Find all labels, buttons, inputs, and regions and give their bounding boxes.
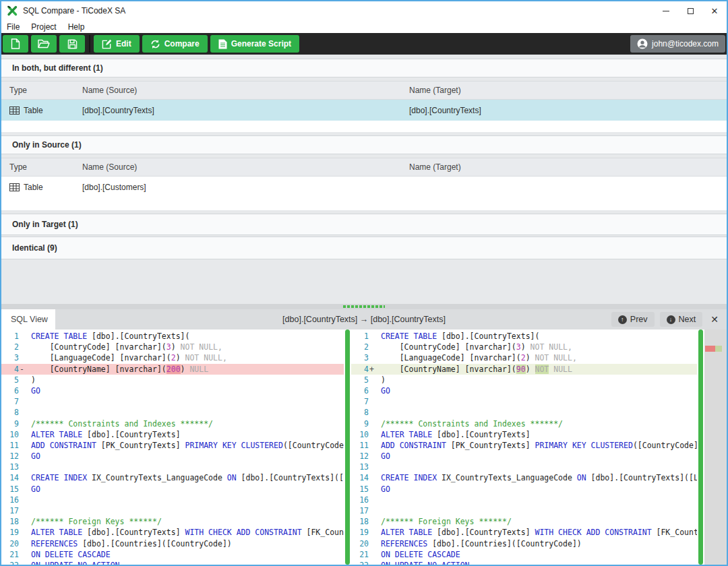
sql-diff-editor: 1CREATE TABLE [dbo].[CountryTexts](2 [Co… [1, 329, 727, 565]
compare-button-label: Compare [164, 39, 200, 49]
code-line: 16 [351, 495, 697, 505]
row-target-name: [dbo].[CountryTexts] [409, 106, 727, 115]
section-title: Identical (9) [12, 243, 57, 253]
code-line: 7 [1, 396, 344, 407]
code-line: 18/****** Foreign Keys ******/ [1, 516, 344, 527]
edit-button-label: Edit [116, 39, 131, 49]
section-header-identical[interactable]: Identical (9) [1, 237, 727, 259]
table-grid-icon [9, 106, 20, 115]
code-line: 21ON DELETE CASCADE [351, 549, 697, 560]
close-icon: ✕ [711, 7, 719, 15]
new-file-icon [11, 38, 20, 49]
column-name-source: Name (Source) [82, 162, 409, 172]
code-line: 2 [CountryCode] [nvarchar](3) NOT NULL, [351, 342, 697, 352]
open-project-button[interactable] [31, 35, 57, 53]
save-project-button[interactable] [59, 35, 85, 53]
code-line: 8 [351, 407, 697, 418]
code-line: 19ALTER TABLE [dbo].[CountryTexts] WITH … [1, 527, 344, 538]
code-line: 8 [1, 407, 344, 418]
code-line: 14CREATE INDEX IX_CountryTexts_LanguageC… [1, 472, 344, 483]
code-line: 11ADD CONSTRAINT [PK_CountryTexts] PRIMA… [351, 440, 697, 451]
prev-difference-button[interactable]: ↑ Prev [611, 312, 655, 327]
section-title: Only in Target (1) [12, 220, 78, 229]
overview-added-mark [715, 346, 722, 352]
minimize-icon [663, 11, 669, 11]
account-badge[interactable]: john@ticodex.com [630, 35, 725, 53]
section-header-in-both-different[interactable]: In both, but different (1) [1, 59, 727, 77]
section-title: Only in Source (1) [12, 140, 82, 150]
code-line: 1CREATE TABLE [dbo].[CountryTexts]( [1, 331, 344, 342]
section-header-only-in-source[interactable]: Only in Source (1) [1, 135, 727, 154]
column-name-target: Name (Target) [409, 86, 727, 95]
app-window: SQL Compare - TiCodeX SA ✕ File Project … [0, 0, 728, 566]
menu-file[interactable]: File [7, 22, 20, 32]
minimize-button[interactable] [654, 1, 678, 20]
title-bar: SQL Compare - TiCodeX SA ✕ [1, 1, 727, 20]
code-line: 19ALTER TABLE [dbo].[CountryTexts] WITH … [351, 527, 697, 538]
code-line: 15GO [1, 484, 344, 495]
code-line: 7 [351, 396, 697, 407]
generate-script-button[interactable]: Generate Script [210, 35, 299, 53]
code-line: 3 [LanguageCode] [nvarchar](2) NOT NULL, [351, 352, 697, 363]
tab-label: SQL View [11, 315, 48, 324]
column-header-row: Type Name (Source) Name (Target) [1, 81, 727, 100]
code-line: 14CREATE INDEX IX_CountryTexts_LanguageC… [351, 472, 697, 483]
code-line: 22ON UPDATE NO ACTION [351, 560, 697, 565]
sql-source-pane[interactable]: 1CREATE TABLE [dbo].[CountryTexts](2 [Co… [1, 329, 344, 565]
new-project-button[interactable] [3, 35, 28, 53]
edit-button[interactable]: Edit [94, 35, 140, 53]
save-icon [67, 39, 78, 49]
table-row[interactable]: Table [dbo].[CountryTexts] [dbo].[Countr… [1, 100, 727, 121]
next-label: Next [679, 315, 696, 324]
column-name-target: Name (Target) [409, 162, 727, 172]
code-line: 22ON UPDATE NO ACTION [1, 560, 344, 565]
close-button[interactable]: ✕ [702, 1, 727, 20]
ticodex-logo-icon [7, 5, 18, 16]
tab-sql-view[interactable]: SQL View [1, 309, 55, 329]
code-line: 9/****** Constraints and Indexes ******/ [351, 418, 697, 429]
generate-script-file-icon [218, 39, 227, 49]
code-line: 11ADD CONSTRAINT [PK_CountryTexts] PRIMA… [1, 440, 344, 451]
section-header-only-in-target[interactable]: Only in Target (1) [1, 214, 727, 235]
code-line: 13 [1, 462, 344, 472]
code-line: 17 [351, 505, 697, 516]
compare-button[interactable]: Compare [142, 35, 208, 53]
column-type: Type [9, 162, 82, 172]
code-line: 4+ [CountryName] [nvarchar](90) NOT NULL [351, 364, 697, 375]
toolbar: Edit Compare Generate Script [1, 33, 727, 55]
row-type-label: Table [24, 106, 43, 115]
menu-bar: File Project Help [1, 20, 727, 33]
code-line: 3 [LanguageCode] [nvarchar](2) NOT NULL, [1, 352, 344, 363]
code-line: 15GO [351, 484, 697, 495]
menu-project[interactable]: Project [31, 22, 56, 32]
circle-up-arrow-icon: ↑ [618, 315, 627, 324]
code-line: 21ON DELETE CASCADE [1, 549, 344, 560]
code-line: 20REFERENCES [dbo].[Countries]([CountryC… [351, 538, 697, 549]
close-sql-view-icon[interactable]: ✕ [710, 314, 719, 325]
diff-overview-ruler[interactable] [704, 329, 727, 565]
table-row[interactable]: Table [dbo].[Customers] [1, 177, 727, 197]
menu-help[interactable]: Help [68, 22, 85, 32]
prev-label: Prev [630, 315, 648, 324]
source-scrollbar[interactable] [345, 329, 350, 565]
code-line: 12GO [351, 451, 697, 462]
code-line: 6GO [351, 385, 697, 396]
row-type-label: Table [24, 183, 43, 192]
table-grid-icon [9, 183, 20, 191]
account-email: john@ticodex.com [652, 39, 719, 49]
maximize-button[interactable] [678, 1, 702, 20]
code-line: 13 [351, 462, 697, 472]
code-line: 10ALTER TABLE [dbo].[CountryTexts] [1, 429, 344, 440]
code-line: 17 [1, 505, 344, 516]
next-difference-button[interactable]: ↓ Next [660, 312, 703, 327]
comparison-grid: In both, but different (1) Type Name (So… [1, 55, 727, 304]
horizontal-splitter[interactable] [1, 304, 727, 309]
open-folder-icon [38, 39, 50, 49]
column-name-source: Name (Source) [82, 86, 409, 95]
target-scrollbar[interactable] [698, 329, 703, 565]
sql-target-pane[interactable]: 1CREATE TABLE [dbo].[CountryTexts](2 [Co… [351, 329, 697, 565]
maximize-icon [688, 8, 694, 14]
section-title: In both, but different (1) [12, 63, 103, 73]
edit-pencil-icon [102, 39, 112, 49]
code-line: 16 [1, 495, 344, 505]
